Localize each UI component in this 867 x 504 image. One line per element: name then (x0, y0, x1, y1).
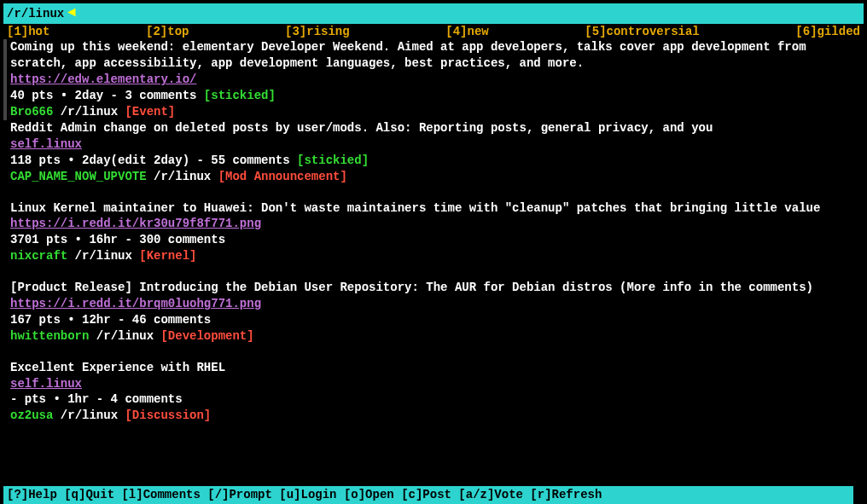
post-author[interactable]: nixcraft (10, 249, 67, 263)
key-prompt[interactable]: [/]Prompt (207, 488, 279, 501)
post-meta: 40 pts • 2day - 3 comments (10, 89, 204, 102)
tab-controversial[interactable]: [5]controversial (585, 24, 699, 40)
post-subreddit[interactable]: /r/linux (53, 105, 125, 119)
key-help[interactable]: [?]Help (7, 488, 64, 501)
tab-rising[interactable]: [3]rising (285, 24, 350, 40)
key-comments[interactable]: [l]Comments (121, 488, 207, 501)
post-item[interactable]: Reddit Admin change on deleted posts by … (3, 120, 867, 424)
cursor-arrow-icon: ◄ (67, 4, 76, 23)
header-bar: /r/linux◄ (3, 3, 864, 24)
post-author[interactable]: CAP_NAME_NOW_UPVOTE (10, 170, 147, 183)
post-meta: 3701 pts • 16hr - 300 comments (10, 233, 225, 246)
footer-bar: [?]Help [q]Quit [l]Comments [/]Prompt [u… (3, 486, 853, 504)
post-flair: [Development] (160, 329, 253, 343)
post-url[interactable]: self.linux (10, 137, 82, 151)
subreddit-path: /r/linux (7, 7, 64, 20)
post-item[interactable]: Excellent Experience with RHEL self.linu… (10, 360, 867, 425)
stickied-badge: [stickied] (204, 89, 276, 102)
post-author[interactable]: oz2usa (10, 408, 53, 422)
post-title: Excellent Experience with RHEL (10, 360, 867, 376)
post-meta: 118 pts • 2day(edit 2day) - 55 comments (10, 154, 297, 167)
tab-top[interactable]: [2]top (146, 24, 189, 40)
post-meta: 167 pts • 12hr - 46 comments (10, 313, 211, 327)
post-title: [Product Release] Introducing the Debian… (10, 280, 867, 296)
stickied-badge: [stickied] (297, 154, 369, 167)
post-flair: [Event] (125, 105, 175, 119)
post-url[interactable]: https://i.redd.it/kr30u79f8f771.png (10, 217, 261, 230)
post-author[interactable]: hwittenborn (10, 329, 89, 343)
tab-gilded[interactable]: [6]gilded (795, 24, 860, 40)
tab-hot[interactable]: [1]hot (7, 24, 49, 40)
key-vote[interactable]: [a/z]Vote (458, 488, 530, 501)
post-flair: [Mod Announcement] (218, 170, 347, 183)
post-subreddit[interactable]: /r/linux (89, 329, 160, 343)
post-title: Reddit Admin change on deleted posts by … (10, 120, 867, 136)
post-url[interactable]: self.linux (10, 377, 82, 391)
post-url[interactable]: https://edw.elementary.io/ (10, 72, 196, 86)
sort-tabs: [1]hot [2]top [3]rising [4]new [5]contro… (3, 24, 864, 40)
post-author[interactable]: Bro666 (10, 105, 53, 119)
key-refresh[interactable]: [r]Refresh (530, 488, 602, 501)
post-flair: [Kernel] (139, 249, 196, 263)
post-title: Linux Kernel maintainer to Huawei: Don't… (10, 200, 867, 217)
post-meta: - pts • 1hr - 4 comments (10, 392, 183, 406)
key-post[interactable]: [c]Post (401, 488, 458, 501)
post-item[interactable]: Linux Kernel maintainer to Huawei: Don't… (10, 200, 867, 265)
post-subreddit[interactable]: /r/linux (147, 170, 218, 183)
post-item[interactable]: [Product Release] Introducing the Debian… (10, 280, 867, 345)
post-subreddit[interactable]: /r/linux (53, 408, 125, 422)
post-item[interactable]: Coming up this weekend: elementary Devel… (3, 39, 867, 119)
post-title: Coming up this weekend: elementary Devel… (10, 39, 867, 72)
key-open[interactable]: [o]Open (344, 488, 401, 501)
key-login[interactable]: [u]Login (279, 488, 344, 501)
post-url[interactable]: https://i.redd.it/brqm0luohg771.png (10, 297, 261, 310)
tab-new[interactable]: [4]new (445, 24, 488, 40)
key-quit[interactable]: [q]Quit (64, 488, 121, 501)
post-subreddit[interactable]: /r/linux (67, 249, 139, 263)
post-flair: [Discussion] (125, 408, 211, 422)
